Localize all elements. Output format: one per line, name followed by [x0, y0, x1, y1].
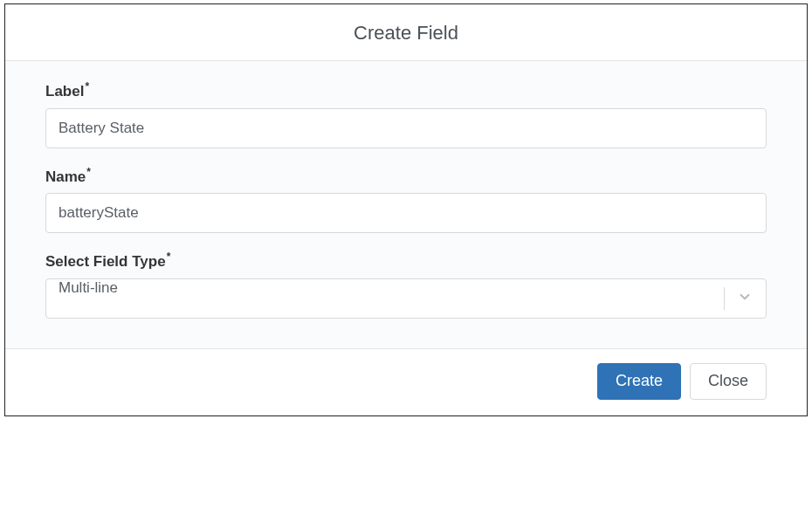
name-field-label-text: Name [45, 168, 86, 184]
label-field-label-text: Label [45, 83, 84, 100]
type-field-label-text: Select Field Type [45, 253, 166, 270]
required-asterisk: * [85, 80, 89, 93]
name-input[interactable] [45, 193, 767, 233]
label-field-label: Label* [45, 80, 767, 100]
label-input[interactable] [45, 108, 767, 148]
modal-header: Create Field [5, 4, 807, 61]
form-group-name: Name* [45, 166, 767, 234]
create-field-modal: Create Field Label* Name* Select Field T… [4, 3, 808, 416]
close-button[interactable]: Close [690, 363, 767, 400]
name-field-label: Name* [45, 166, 767, 186]
create-button[interactable]: Create [597, 363, 681, 400]
required-asterisk: * [86, 166, 91, 178]
modal-footer: Create Close [5, 349, 807, 415]
form-group-label: Label* [45, 80, 767, 148]
modal-body: Label* Name* Select Field Type* Multi-li… [5, 61, 807, 349]
type-field-label: Select Field Type* [45, 251, 767, 271]
required-asterisk: * [167, 251, 171, 263]
type-select[interactable]: Multi-line [45, 278, 767, 319]
type-select-wrap: Multi-line [45, 278, 767, 319]
form-group-type: Select Field Type* Multi-line [45, 251, 767, 319]
modal-title: Create Field [5, 22, 807, 45]
